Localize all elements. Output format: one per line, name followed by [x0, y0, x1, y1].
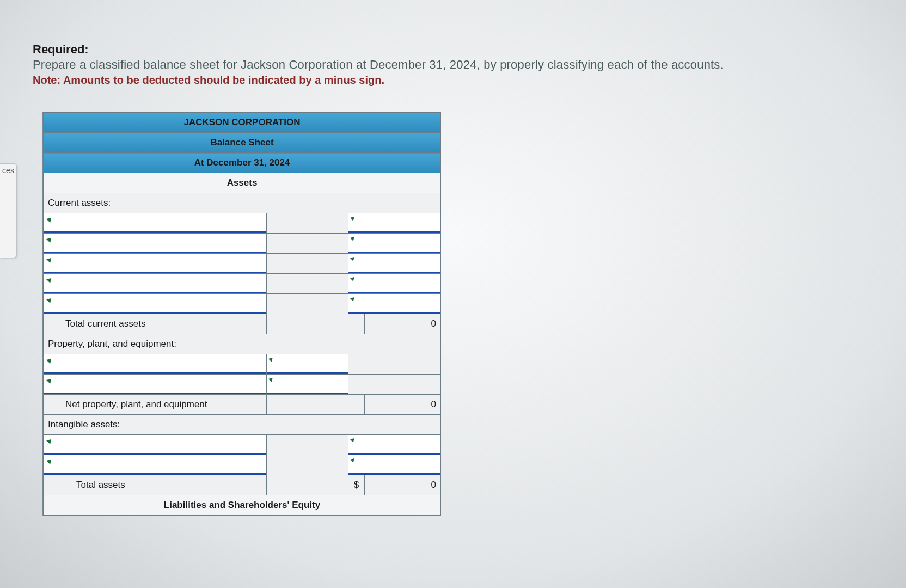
row-current-assets-label: Current assets:	[44, 193, 441, 213]
ppe-1-amt2	[348, 354, 441, 375]
label-intangibles: Intangible assets:	[44, 415, 441, 435]
ca-4-amt1	[267, 274, 348, 294]
ca-3-amt2[interactable]	[348, 254, 441, 274]
row-ppe-1	[44, 354, 441, 375]
header-title: Balance Sheet	[44, 133, 441, 153]
int-2-amt2[interactable]	[348, 455, 441, 475]
header-date-row: At December 31, 2024	[44, 153, 441, 173]
ta-dollar: $	[348, 475, 365, 495]
row-ca-4	[44, 274, 441, 294]
ppe-1-account-select[interactable]	[44, 354, 267, 375]
int-1-account-select[interactable]	[44, 435, 267, 455]
side-tab-fragment: ces	[0, 163, 17, 258]
ca-1-amt2[interactable]	[348, 213, 441, 234]
tca-amt1	[267, 314, 348, 334]
header-title-row: Balance Sheet	[44, 133, 441, 153]
netppe-amt1	[267, 395, 348, 415]
question-content: Required: Prepare a classified balance s…	[33, 42, 895, 516]
row-int-2	[44, 455, 441, 475]
ca-3-amt1	[267, 254, 348, 274]
int-2-account-select[interactable]	[44, 455, 267, 475]
row-int-1	[44, 435, 441, 455]
ppe-2-account-select[interactable]	[44, 375, 267, 395]
label-ppe: Property, plant, and equipment:	[44, 334, 441, 354]
ca-2-amt1	[267, 234, 348, 254]
row-ca-2	[44, 234, 441, 254]
section-liab: Liabilities and Shareholders' Equity	[44, 495, 441, 516]
tca-value: 0	[365, 314, 441, 334]
header-company: JACKSON CORPORATION	[44, 113, 441, 133]
ca-2-account-select[interactable]	[44, 234, 267, 254]
section-liab-row: Liabilities and Shareholders' Equity	[44, 495, 441, 516]
section-assets: Assets	[44, 173, 441, 193]
required-note: Note: Amounts to be deducted should be i…	[33, 74, 895, 87]
ca-4-account-select[interactable]	[44, 274, 267, 294]
header-date: At December 31, 2024	[44, 153, 441, 173]
int-2-amt1	[267, 455, 348, 475]
ca-1-amt1	[267, 213, 348, 234]
row-net-ppe: Net property, plant, and equipment 0	[44, 395, 441, 415]
label-current-assets: Current assets:	[44, 193, 441, 213]
ta-amt1	[267, 475, 348, 495]
ca-1-account-select[interactable]	[44, 213, 267, 234]
label-total-assets: Total assets	[44, 475, 267, 495]
ca-4-amt2[interactable]	[348, 274, 441, 294]
ca-5-amt2[interactable]	[348, 294, 441, 314]
required-body: Prepare a classified balance sheet for J…	[33, 58, 895, 72]
label-net-ppe: Net property, plant, and equipment	[44, 395, 267, 415]
ca-5-amt1	[267, 294, 348, 314]
int-1-amt1	[267, 435, 348, 455]
tca-dollar	[348, 314, 365, 334]
ca-3-account-select[interactable]	[44, 254, 267, 274]
row-ppe-2	[44, 375, 441, 395]
row-intangibles-label: Intangible assets:	[44, 415, 441, 435]
row-ca-3	[44, 254, 441, 274]
ppe-1-amt1[interactable]	[267, 354, 348, 375]
row-total-assets: Total assets $ 0	[44, 475, 441, 495]
balance-sheet: JACKSON CORPORATION Balance Sheet At Dec…	[42, 112, 441, 516]
ca-2-amt2[interactable]	[348, 234, 441, 254]
netppe-dollar	[348, 395, 365, 415]
ppe-2-amt1[interactable]	[267, 375, 348, 395]
row-ca-5	[44, 294, 441, 314]
label-total-current-assets: Total current assets	[44, 314, 267, 334]
netppe-value: 0	[365, 395, 441, 415]
row-total-current-assets: Total current assets 0	[44, 314, 441, 334]
ca-5-account-select[interactable]	[44, 294, 267, 314]
row-ppe-label: Property, plant, and equipment:	[44, 334, 441, 354]
int-1-amt2[interactable]	[348, 435, 441, 455]
row-ca-1	[44, 213, 441, 234]
ta-value: 0	[365, 475, 441, 495]
ppe-2-amt2	[348, 375, 441, 395]
required-label: Required:	[33, 42, 895, 57]
header-company-row: JACKSON CORPORATION	[44, 113, 441, 133]
section-assets-row: Assets	[44, 173, 441, 193]
